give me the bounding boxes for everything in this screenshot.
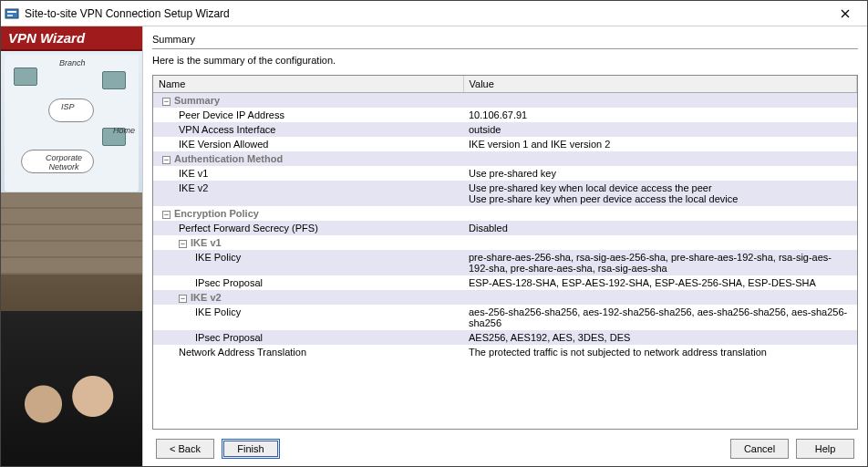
help-button[interactable]: Help	[796, 439, 854, 459]
section-title: Summary	[152, 32, 858, 49]
diagram-label-home: Home	[113, 126, 135, 135]
table-row: Network Address Translation The protecte…	[153, 345, 857, 359]
cell-value: ESP-AES-128-SHA, ESP-AES-192-SHA, ESP-AE…	[463, 275, 857, 290]
table-row: IKE Policy pre-share-aes-256-sha, rsa-si…	[153, 250, 857, 275]
table-row: IPsec Proposal ESP-AES-128-SHA, ESP-AES-…	[153, 275, 857, 290]
group-label: Encryption Policy	[174, 208, 259, 219]
diagram-people	[1, 311, 142, 466]
group-row-auth: −Authentication Method	[153, 151, 857, 166]
wizard-button-row: < Back Finish Cancel Help	[152, 430, 858, 459]
wizard-content: Summary Here is the summary of the confi…	[143, 26, 867, 466]
network-diagram: Branch ISP Home Corporate Network	[5, 55, 139, 192]
svg-rect-1	[7, 11, 16, 13]
collapse-toggle-icon[interactable]: −	[179, 295, 187, 303]
close-icon	[841, 9, 850, 18]
diagram-label-corp: Corporate Network	[32, 153, 96, 171]
diagram-label-branch: Branch	[59, 58, 86, 67]
cell-value: IKE version 1 and IKE version 2	[463, 137, 857, 151]
group-label: Summary	[174, 95, 220, 106]
group-row-ikev2: −IKE v2	[153, 290, 857, 305]
group-row-ikev1: −IKE v1	[153, 235, 857, 250]
section-description: Here is the summary of the configuration…	[152, 55, 858, 66]
collapse-toggle-icon[interactable]: −	[179, 240, 187, 248]
group-label: IKE v1	[191, 237, 222, 248]
collapse-toggle-icon[interactable]: −	[162, 156, 170, 164]
group-row-summary: −Summary	[153, 93, 857, 109]
table-row: IKE Policy aes-256-sha256-sha256, aes-19…	[153, 305, 857, 330]
col-header-name[interactable]: Name	[153, 76, 463, 93]
wizard-sidebar: VPN Wizard Branch ISP Home Corporate Net…	[1, 26, 143, 466]
svg-rect-0	[5, 9, 18, 18]
cell-value: AES256, AES192, AES, 3DES, DES	[463, 330, 857, 345]
cell-name: Perfect Forward Secrecy (PFS)	[159, 223, 318, 234]
back-button[interactable]: < Back	[156, 439, 214, 459]
app-icon	[5, 6, 19, 21]
col-header-value[interactable]: Value	[463, 76, 857, 93]
table-row: IKE v1 Use pre-shared key	[153, 166, 857, 181]
cancel-button[interactable]: Cancel	[730, 439, 789, 459]
cell-name: Network Address Translation	[159, 347, 306, 358]
cell-name: IKE v2	[159, 182, 208, 193]
cell-name: VPN Access Interface	[159, 124, 275, 135]
group-row-encryption: −Encryption Policy	[153, 206, 857, 221]
diagram-node	[14, 67, 37, 86]
cell-value: Use pre-shared key when local device acc…	[463, 181, 857, 206]
diagram-label-isp: ISP	[61, 102, 75, 111]
cell-value: Disabled	[463, 221, 857, 235]
svg-rect-2	[7, 15, 13, 16]
wizard-body: VPN Wizard Branch ISP Home Corporate Net…	[1, 26, 867, 466]
close-button[interactable]	[827, 1, 863, 26]
group-label: IKE v2	[191, 292, 222, 303]
cell-name: IKE Policy	[159, 252, 241, 263]
summary-table-wrap[interactable]: Name Value −Summary Peer Device IP Addre…	[152, 75, 858, 430]
cell-name: IKE Version Allowed	[159, 139, 268, 150]
cell-name: IPsec Proposal	[159, 332, 263, 343]
sidebar-banner: VPN Wizard	[1, 26, 142, 51]
cell-name: IPsec Proposal	[159, 277, 263, 288]
cell-name: Peer Device IP Address	[159, 109, 284, 120]
table-row: VPN Access Interface outside	[153, 122, 857, 137]
table-row: Perfect Forward Secrecy (PFS) Disabled	[153, 221, 857, 235]
cell-value: aes-256-sha256-sha256, aes-192-sha256-sh…	[463, 305, 857, 330]
cell-value: 10.106.67.91	[463, 108, 857, 122]
wizard-window: Site-to-site VPN Connection Setup Wizard…	[0, 0, 868, 467]
summary-table: Name Value −Summary Peer Device IP Addre…	[153, 76, 857, 359]
cell-value: Use pre-shared key	[463, 166, 857, 181]
table-row: IKE v2 Use pre-shared key when local dev…	[153, 181, 857, 206]
titlebar: Site-to-site VPN Connection Setup Wizard	[1, 1, 867, 26]
table-row: IPsec Proposal AES256, AES192, AES, 3DES…	[153, 330, 857, 345]
window-title: Site-to-site VPN Connection Setup Wizard	[25, 7, 827, 20]
group-label: Authentication Method	[174, 153, 283, 164]
cell-value: pre-share-aes-256-sha, rsa-sig-aes-256-s…	[463, 250, 857, 275]
table-row: IKE Version Allowed IKE version 1 and IK…	[153, 137, 857, 151]
cell-value: The protected traffic is not subjected t…	[463, 345, 857, 359]
collapse-toggle-icon[interactable]: −	[162, 98, 170, 106]
cell-name: IKE Policy	[159, 306, 241, 317]
diagram-node	[102, 71, 126, 89]
sidebar-illustration: Branch ISP Home Corporate Network	[1, 51, 142, 466]
cell-name: IKE v1	[159, 168, 208, 179]
cell-value: outside	[463, 122, 857, 137]
diagram-wall	[1, 192, 142, 275]
finish-button[interactable]: Finish	[222, 439, 280, 459]
table-row: Peer Device IP Address 10.106.67.91	[153, 108, 857, 122]
collapse-toggle-icon[interactable]: −	[162, 211, 170, 219]
